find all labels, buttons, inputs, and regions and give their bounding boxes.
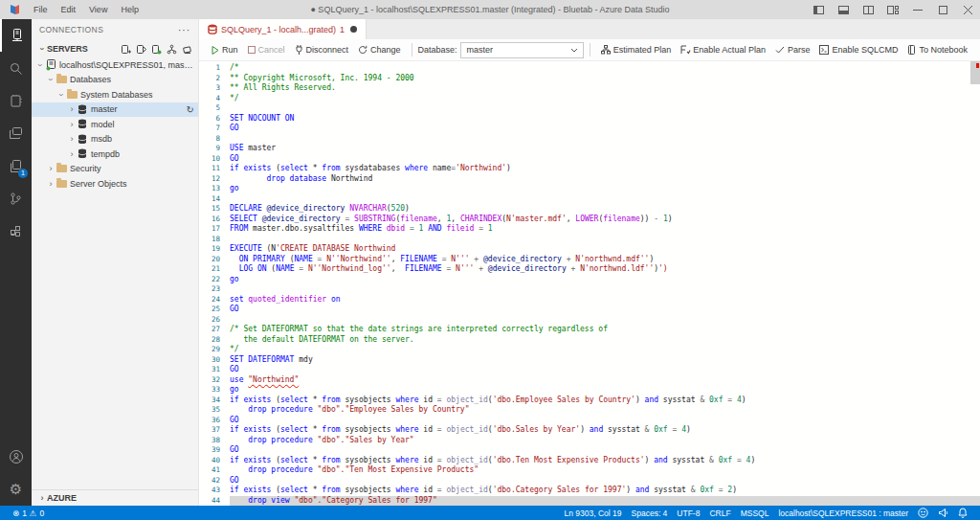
code-line-17[interactable]: 17FROM master.dbo.sysaltfiles WHERE dbid… — [199, 224, 980, 235]
toggle-panel-icon[interactable] — [831, 0, 856, 19]
code-line-4[interactable]: 4*/ — [199, 94, 980, 104]
tree-item-server-objects[interactable]: ›Server Objects — [32, 176, 198, 192]
code-line-42[interactable]: 42GO — [199, 476, 980, 486]
more-actions-icon[interactable]: ··· — [178, 25, 190, 35]
account-icon[interactable] — [0, 441, 32, 473]
code-line-37[interactable]: 37if exists (select * from sysobjects wh… — [199, 425, 980, 436]
problems-status[interactable]: ⊗ 1 ⚠ 0 — [8, 506, 49, 520]
servers-section-header[interactable]: › SERVERS — [32, 40, 198, 57]
chevron-down-icon[interactable]: › — [35, 60, 45, 70]
code-line-16[interactable]: 16SELECT @device_directory = SUBSTRING(f… — [199, 215, 980, 225]
tree-item-system-databases[interactable]: ›System Databases — [32, 87, 198, 102]
tree-item-localhost-sqlexpress01-master-i[interactable]: ›localhost\SQLEXPRESS01, master (I... — [32, 57, 198, 73]
code-line-34[interactable]: 34if exists (select * from sysobjects wh… — [199, 396, 980, 406]
code-area[interactable]: 1/*2** Copyright Microsoft, Inc. 1994 - … — [199, 61, 980, 506]
chevron-right-icon[interactable]: › — [67, 104, 77, 114]
active-connections-icon[interactable] — [151, 44, 162, 55]
split-editor-icon[interactable] — [856, 0, 880, 19]
extensions-icon[interactable] — [0, 215, 32, 247]
code-line-32[interactable]: 32use "Northwind" — [199, 375, 980, 386]
code-line-8[interactable]: 8 — [199, 134, 980, 145]
enable-actual-plan-button[interactable]: Enable Actual Plan — [676, 41, 770, 59]
parse-button[interactable]: Parse — [770, 41, 815, 59]
code-line-10[interactable]: 10GO — [199, 154, 980, 165]
tab-sqlquery1[interactable]: SQLQuery_1 - localh...grated) 1 — [199, 19, 367, 39]
code-line-13[interactable]: 13go — [199, 184, 980, 194]
to-notebook-button[interactable]: To Notebook — [902, 41, 972, 59]
connections-icon[interactable] — [0, 19, 32, 52]
code-line-40[interactable]: 40if exists (select * from sysobjects wh… — [199, 456, 980, 466]
menu-help[interactable]: Help — [114, 0, 145, 19]
code-line-44[interactable]: 44 drop view "dbo"."Category Sales for 1… — [199, 496, 980, 507]
code-line-39[interactable]: 39GO — [199, 445, 980, 456]
code-line-7[interactable]: 7GO — [199, 124, 980, 134]
tree-item-tempdb[interactable]: ›tempdb — [32, 147, 198, 162]
code-line-21[interactable]: 21 LOG ON (NAME = N''Northwind_log'', FI… — [199, 264, 980, 275]
code-line-26[interactable]: 26 — [199, 315, 980, 326]
minimize-button[interactable] — [905, 0, 930, 19]
estimated-plan-button[interactable]: Estimated Plan — [596, 41, 677, 59]
code-line-29[interactable]: 29*/ — [199, 345, 980, 355]
chevron-right-icon[interactable]: › — [46, 179, 56, 189]
status-utf-8[interactable]: UTF-8 — [672, 506, 704, 520]
code-line-18[interactable]: 18 — [199, 235, 980, 245]
new-server-group-icon[interactable] — [136, 44, 146, 55]
code-line-12[interactable]: 12 drop database Northwind — [199, 174, 980, 185]
disconnect-button[interactable]: Disconnect — [290, 41, 354, 59]
code-line-3[interactable]: 3** All Rights Reserved. — [199, 83, 980, 94]
code-line-2[interactable]: 2** Copyright Microsoft, Inc. 1994 - 200… — [199, 74, 980, 84]
chevron-right-icon[interactable]: › — [67, 149, 77, 159]
notebooks-icon[interactable] — [0, 84, 32, 117]
tree-item-master[interactable]: ›master↻ — [32, 102, 198, 118]
code-line-6[interactable]: 6SET NOCOUNT ON — [199, 114, 980, 124]
code-line-9[interactable]: 9USE master — [199, 144, 980, 154]
code-line-24[interactable]: 24set quoted_identifier on — [199, 295, 980, 305]
tree-item-model[interactable]: ›model — [32, 117, 198, 132]
scrollbar-thumb[interactable] — [970, 61, 980, 84]
database-dropdown[interactable]: master — [460, 42, 584, 58]
status-crlf[interactable]: CRLF — [704, 506, 735, 520]
object-explorer-icon[interactable] — [167, 44, 177, 55]
chevron-right-icon[interactable]: › — [67, 120, 77, 129]
menu-view[interactable]: View — [82, 0, 114, 19]
run-button[interactable]: Run — [207, 41, 243, 59]
code-line-30[interactable]: 30SET DATEFORMAT mdy — [199, 355, 980, 366]
code-line-43[interactable]: 43if exists (select * from sysobjects wh… — [199, 486, 980, 496]
code-line-28[interactable]: 28 the default DATEFORMAT on the server. — [199, 335, 980, 346]
chevron-down-icon[interactable]: › — [46, 75, 56, 84]
new-connection-icon[interactable] — [121, 44, 131, 55]
source-control-icon[interactable] — [0, 182, 32, 215]
status-localhost-sqlexpress01-master[interactable]: localhost\SQLEXPRESS01 : master — [773, 506, 913, 520]
dirty-indicator-icon[interactable] — [350, 26, 357, 33]
feedback-smiley-icon[interactable] — [913, 506, 933, 520]
toggle-sidebar-icon[interactable] — [806, 0, 831, 19]
editor-scrollbar[interactable] — [970, 61, 980, 506]
status-mssql[interactable]: MSSQL — [736, 506, 774, 520]
settings-gear-icon[interactable]: ⚙ — [0, 473, 32, 506]
collapse-connections-icon[interactable] — [182, 44, 192, 55]
azure-section-header[interactable]: › AZURE — [32, 489, 198, 506]
menu-file[interactable]: File — [27, 0, 55, 19]
notifications-bell-icon[interactable] — [953, 506, 972, 520]
tree-item-security[interactable]: ›Security — [32, 162, 198, 177]
chevron-right-icon[interactable]: › — [67, 134, 77, 144]
change-connection-button[interactable]: Change — [353, 41, 406, 59]
code-line-15[interactable]: 15DECLARE @device_directory NVARCHAR(520… — [199, 204, 980, 215]
status-ln-9303-col-19[interactable]: Ln 9303, Col 19 — [560, 506, 627, 520]
code-line-31[interactable]: 31GO — [199, 365, 980, 375]
code-line-22[interactable]: 22go — [199, 275, 980, 285]
announcement-icon[interactable] — [933, 506, 953, 520]
code-line-35[interactable]: 35 drop procedure "dbo"."Employee Sales … — [199, 405, 980, 416]
enable-sqlcmd-button[interactable]: Enable SQLCMD — [814, 41, 902, 59]
code-line-41[interactable]: 41 drop procedure "dbo"."Ten Most Expens… — [199, 465, 980, 476]
code-line-23[interactable]: 23 — [199, 284, 980, 295]
explorer-icon[interactable] — [0, 117, 32, 149]
cancel-button[interactable]: Cancel — [243, 41, 290, 59]
code-line-1[interactable]: 1/* — [199, 63, 980, 74]
chevron-down-icon[interactable]: › — [56, 90, 66, 100]
maximize-button[interactable] — [930, 0, 955, 19]
menu-edit[interactable]: Edit — [55, 0, 83, 19]
task-history-icon[interactable]: 1 — [0, 149, 32, 182]
customize-layout-icon[interactable] — [880, 0, 905, 19]
code-line-25[interactable]: 25GO — [199, 305, 980, 315]
